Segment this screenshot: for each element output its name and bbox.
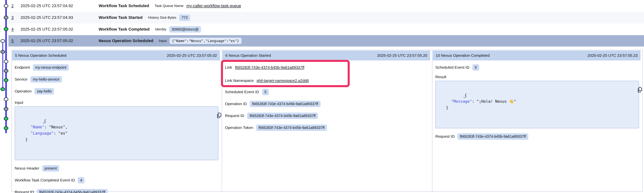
history-event-row[interactable]: 2 2025-02-25 UTC 23:57:04.92 Workflow Ta… (8, 0, 644, 12)
panel-body: Link f665283f-743e-4374-b45b-9a61a89337f… (222, 60, 432, 131)
field-value-badge: my-hello-service (30, 76, 62, 83)
panel-timestamp: 2025-02-25 UTC 23:57:05.20 (377, 53, 427, 58)
field-nexus-header: Nexus Header present (15, 165, 218, 172)
event-name: Workflow Task Scheduled (99, 3, 149, 8)
field-value-badge: f665283f-743e-4374-b45b-9a61a89337ff (37, 189, 108, 193)
field-value-badge: f665283f-743e-4374-b45b-9a61a89337ff (458, 133, 528, 140)
field-scheduled-event-id: Scheduled Event ID 5 (225, 88, 429, 96)
collapse-chevron-icon[interactable] (440, 88, 466, 106)
event-id-link[interactable]: 5 (11, 38, 20, 43)
copy-button[interactable] (630, 84, 636, 90)
collapse-chevron-icon[interactable] (20, 113, 45, 132)
field-label: Operation (15, 89, 32, 93)
event-attr-value-badge: 30960@totoro@ (169, 26, 201, 33)
event-attr-label: History Size Bytes (148, 15, 176, 19)
panel-header: 5 Nexus Operation Scheduled 2025-02-25 U… (12, 50, 220, 60)
event-name: Workflow Task Completed (99, 27, 150, 32)
field-value-badge: f665283f-743e-4374-b45b-9a61a89337ff (250, 101, 320, 107)
event-id-link[interactable]: 3 (11, 15, 20, 20)
field-value-badge: 5 (262, 89, 269, 95)
field-value-badge: f665283f-743e-4374-b45b-9a61a89337ff (247, 113, 318, 119)
field-service: Service my-hello-service (15, 76, 218, 83)
field-label: Operation Token (225, 125, 253, 130)
field-label: Request ID (15, 190, 34, 193)
panel-nexus-operation-completed: 10 Nexus Operation Completed 2025-02-25 … (432, 50, 642, 191)
event-timestamp: 2025-02-25 UTC 23:57:04.92 (20, 3, 99, 8)
event-input-badge: {"Name":"Nexus","Language":"es"} (170, 38, 242, 44)
field-label: Workflow Task Completed Event ID (15, 178, 75, 182)
field-operation-id: Operation ID f665283f-743e-4374-b45b-9a6… (225, 100, 429, 108)
event-history-list: 2 2025-02-25 UTC 23:57:04.92 Workflow Ta… (8, 0, 644, 46)
field-link-namespace: Link Namespace phil-target-namespace2.a2… (225, 77, 429, 84)
field-value-badge: 4 (78, 177, 84, 184)
json-separator: : (472, 99, 476, 104)
event-attr-value-badge: 772 (179, 14, 190, 21)
timeline-node-dot[interactable] (4, 127, 8, 130)
timeline-node-dot[interactable] (1, 50, 5, 53)
event-attr-label: Task Queue Name (154, 4, 183, 8)
field-label: Request ID (435, 134, 454, 139)
event-detail-panels: 5 Nexus Operation Scheduled 2025-02-25 U… (11, 50, 643, 192)
panel-title: 6 Nexus Operation Started (225, 53, 271, 58)
field-request-id: Request ID f665283f-743e-4374-b45b-9a61a… (435, 133, 639, 140)
field-operation-token: Operation Token f665283f-743e-4374-b45b-… (225, 124, 429, 131)
field-operation: Operation say-hello (15, 88, 218, 95)
field-label: Link Namespace (225, 78, 254, 83)
field-value-badge: present (42, 165, 59, 172)
panel-timestamp: 2025-02-25 UTC 23:57:05.23 (588, 53, 638, 58)
field-value-badge: say-hello (34, 88, 54, 94)
history-event-row[interactable]: 3 2025-02-25 UTC 23:57:04.93 Workflow Ta… (8, 12, 644, 23)
event-id-link[interactable]: 2 (11, 3, 20, 8)
panel-title: 10 Nexus Operation Completed (436, 53, 490, 58)
event-timestamp: 2025-02-25 UTC 23:57:05.02 (20, 38, 99, 43)
history-event-row-selected[interactable]: 5 2025-02-25 UTC 23:57:05.02 Nexus Opera… (8, 35, 644, 46)
event-name: Workflow Task Started (99, 15, 142, 20)
field-label: Input (15, 100, 23, 105)
timeline-node-dot[interactable] (4, 117, 8, 120)
json-value: "¡Hola! Nexus 👋" (476, 99, 516, 104)
timeline-node-dot[interactable] (4, 4, 8, 7)
json-separator: : (54, 131, 58, 136)
field-value-badge: 5 (472, 64, 479, 71)
event-timestamp: 2025-02-25 UTC 23:57:04.93 (20, 15, 99, 20)
timeline-node-dot[interactable] (4, 69, 8, 72)
task-queue-link[interactable]: my-caller-workflow-task-queue (186, 3, 241, 8)
field-request-id: Request ID f665283f-743e-4374-b45b-9a61a… (15, 189, 218, 193)
field-scheduled-event-id: Scheduled Event ID 5 (435, 64, 639, 71)
timeline-node-dot[interactable] (4, 60, 8, 63)
field-result-label: Result (435, 74, 639, 80)
panel-body: Scheduled Event ID 5 Result { "Message":… (432, 60, 642, 140)
field-value-badge: my-nexus-endpoint (33, 64, 69, 71)
timeline-node-dot[interactable] (4, 27, 8, 31)
panel-header: 6 Nexus Operation Started 2025-02-25 UTC… (222, 50, 430, 60)
timeline-node-dot[interactable] (4, 98, 8, 101)
event-name: Nexus Operation Scheduled (99, 38, 153, 43)
field-request-id: Request ID f665283f-743e-4374-b45b-9a61a… (225, 112, 429, 119)
json-value: "es" (58, 131, 68, 136)
link-namespace-link[interactable]: phil-target-namespace2.a2dd6 (256, 78, 309, 83)
json-close-brace: } (25, 137, 28, 142)
link-value-link[interactable]: f665283f-743e-4374-b45b-9a61a89337ff (235, 65, 304, 70)
event-attr-label: Identity (155, 27, 166, 31)
event-id-link[interactable]: 4 (11, 27, 20, 32)
field-workflow-task-completed-event-id: Workflow Task Completed Event ID 4 (15, 177, 218, 184)
history-event-row[interactable]: 4 2025-02-25 UTC 23:57:05.02 Workflow Ta… (8, 23, 644, 35)
timeline-node-dot[interactable] (4, 16, 8, 19)
timeline-node-dot[interactable] (4, 107, 8, 111)
panel-body: Endpoint my-nexus-endpoint Service my-he… (12, 60, 222, 193)
panel-header: 10 Nexus Operation Completed 2025-02-25 … (433, 50, 640, 60)
field-label: Nexus Header (15, 166, 39, 171)
field-label: Scheduled Event ID (225, 90, 259, 94)
result-json-viewer: { "Message": "¡Hola! Nexus 👋" } (435, 81, 639, 128)
copy-button[interactable] (209, 110, 215, 116)
timeline-node-dot[interactable] (1, 88, 5, 91)
field-link: Link f665283f-743e-4374-b45b-9a61a89337f… (225, 64, 429, 71)
panel-nexus-operation-started: 6 Nexus Operation Started 2025-02-25 UTC… (222, 50, 432, 191)
copy-icon (637, 87, 642, 93)
field-label: Endpoint (15, 65, 30, 70)
field-label: Link (225, 65, 232, 70)
panel-title: 5 Nexus Operation Scheduled (15, 53, 66, 58)
timeline-node-dot[interactable] (4, 79, 8, 82)
field-label: Scheduled Event ID (435, 65, 470, 70)
timeline-node-dot[interactable] (1, 39, 5, 43)
